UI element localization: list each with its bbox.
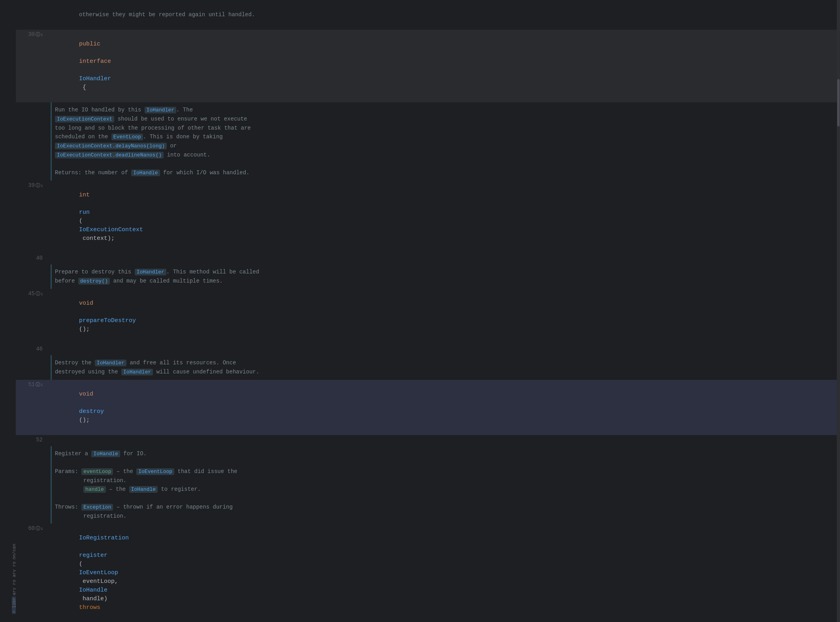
doc-prepare-line2: before destroy() and may be called multi…	[55, 277, 834, 286]
doc-run-line6: IoExecutionContext.deadlineNanos() into …	[55, 151, 834, 160]
line-icon-39[interactable]: ⓘ↓	[36, 182, 43, 188]
inline-IoHandle-reg: IoHandle	[91, 450, 120, 457]
line-51: 51 ⓘ↓ void destroy ();	[16, 380, 840, 435]
line-icon-45[interactable]: ⓘ↓	[36, 290, 43, 297]
method-destroy: destroy	[79, 408, 104, 415]
line-num-40: 40	[16, 253, 47, 261]
inline-IoHandler-using: IoHandler	[121, 369, 153, 375]
space	[79, 543, 83, 550]
doc-block-prepare: Prepare to destroy this IoHandler. This …	[16, 264, 840, 289]
class-IoExecutionContext-param: IoExecutionContext	[79, 226, 143, 233]
method-prepareToDestroy: prepareToDestroy	[79, 317, 136, 324]
doc-destroy-line2: destroyed using the IoHandler will cause…	[55, 368, 834, 377]
inline-IoHandler-1: IoHandler	[145, 107, 176, 113]
doc-run-returns: Returns: the number of IoHandle for whic…	[55, 168, 834, 177]
line-52: 52	[16, 435, 840, 446]
paren-open-reg: (	[79, 561, 83, 567]
paren-destroy: ();	[79, 417, 90, 424]
code-line-60-content: IoRegistration register ( IoEventLoop ev…	[47, 524, 840, 622]
param-handle: handle)	[79, 596, 111, 602]
scrollbar-track[interactable]	[837, 0, 840, 622]
doc-register-throws-header: Throws: Exception – thrown if an error h…	[55, 503, 834, 512]
method-run: run	[79, 209, 90, 216]
line-num-60: 60 ⓘ↓	[16, 524, 47, 532]
doc-register-spacer1	[55, 458, 834, 467]
keyword-void-1: void	[79, 300, 93, 307]
line-40: 40	[16, 253, 840, 264]
doc-register-line1: Register a IoHandle for IO.	[55, 449, 834, 458]
line-39: 39 ⓘ↓ int run ( IoExecutionContext conte…	[16, 181, 840, 253]
keyword-int: int	[79, 192, 90, 198]
line-icon-60[interactable]: ⓘ↓	[36, 525, 43, 532]
doc-register-params-header: Params: eventLoop – the IoEventLoop that…	[55, 467, 834, 476]
line-45: 45 ⓘ↓ void prepareToDestroy ();	[16, 289, 840, 344]
inline-IoHandle-1: IoHandle	[131, 170, 160, 176]
line-icon-51[interactable]: ⓘ↓	[36, 381, 43, 388]
doc-block-register: Register a IoHandle for IO. Params: even…	[16, 446, 840, 524]
line-num-doc-register	[16, 446, 47, 448]
keyword-public: public	[79, 41, 100, 47]
line-num-30-text: 30	[28, 31, 35, 38]
line-num-30: 30 ⓘ↓	[16, 30, 47, 38]
class-IoHandle-param: IoHandle	[79, 587, 107, 594]
doc-register-params-cont1: registration.	[55, 476, 834, 485]
sidebar-bottom-labels: nn/can ary ro ary ro = libr	[0, 543, 17, 622]
line-num-40-text: 40	[36, 255, 43, 261]
param-context: context);	[79, 235, 115, 242]
line-num-doc-prepare	[16, 264, 47, 266]
line-num-51-text: 51	[28, 381, 35, 388]
line-num-39: 39 ⓘ↓	[16, 181, 47, 188]
top-comment-text: otherwise they might be reported again u…	[79, 11, 255, 18]
doc-run-line4: scheduled on the EventLoop. This is done…	[55, 132, 834, 141]
paren-prepare: ();	[79, 326, 90, 333]
doc-run-line5: IoExecutionContext.delayNanos(long) or	[55, 141, 834, 151]
param-eventLoop: eventLoop,	[79, 578, 122, 585]
doc-run-line1: Run the IO handled by this IoHandler. Th…	[55, 106, 834, 115]
doc-register-spacer2	[55, 494, 834, 503]
line-num-39-text: 39	[28, 182, 35, 188]
doc-run-line3: too long and so block the processing of …	[55, 124, 834, 132]
line-num-46: 46	[16, 344, 47, 352]
inline-destroy: destroy()	[78, 278, 110, 285]
inline-Exception-throws: Exception	[81, 504, 113, 511]
inline-IoHandle-handle: IoHandle	[129, 486, 158, 493]
line-num-46-text: 46	[36, 346, 43, 352]
line-num-doc-run	[16, 102, 47, 104]
space	[79, 49, 83, 56]
code-line-40-empty	[47, 253, 840, 256]
code-line-52-empty	[47, 435, 840, 438]
inline-EventLoop: EventLoop	[111, 134, 143, 140]
doc-prepare-line1: Prepare to destroy this IoHandler. This …	[55, 268, 834, 277]
keyword-throws: throws	[79, 604, 100, 611]
code-line-51-content: void destroy ();	[47, 380, 840, 435]
line-60: 60 ⓘ↓ IoRegistration register ( IoEventL…	[16, 524, 840, 622]
partial-comment-line: otherwise they might be reported again u…	[16, 0, 840, 30]
code-line-39-content: int run ( IoExecutionContext context);	[47, 181, 840, 253]
doc-destroy-line1: Destroy the IoHandler and free all its r…	[55, 358, 834, 368]
line-46: 46	[16, 344, 840, 355]
scrollbar-thumb[interactable]	[837, 79, 840, 126]
code-line-45-content: void prepareToDestroy ();	[47, 289, 840, 344]
top-comment: otherwise they might be reported again u…	[47, 0, 840, 30]
inline-deadlineNanos: IoExecutionContext.deadlineNanos()	[55, 152, 164, 158]
code-line-46-empty	[47, 344, 840, 347]
keyword-interface: interface	[79, 58, 111, 65]
doc-register-params-handle: handle – the IoHandle to register.	[55, 485, 834, 494]
line-number-empty	[16, 0, 47, 2]
line-num-52-text: 52	[36, 437, 43, 443]
doc-block-destroy: Destroy the IoHandler and free all its r…	[16, 355, 840, 380]
method-register: register	[79, 552, 107, 559]
keyword-void-2: void	[79, 391, 93, 398]
space2	[79, 67, 83, 74]
inline-IoEventLoop-reg: IoEventLoop	[136, 468, 174, 475]
space	[79, 200, 83, 207]
class-IoRegistration: IoRegistration	[79, 535, 129, 541]
line-num-52: 52	[16, 435, 47, 443]
line-icon-30[interactable]: ⓘ↓	[36, 31, 43, 38]
line-num-45-text: 45	[28, 290, 35, 297]
doc-register-throws-cont: registration.	[55, 512, 834, 520]
doc-block-run: Run the IO handled by this IoHandler. Th…	[16, 102, 840, 181]
main-content: otherwise they might be reported again u…	[16, 0, 840, 622]
line-num-51: 51 ⓘ↓	[16, 380, 47, 388]
class-IoHandler: IoHandler	[79, 75, 111, 82]
